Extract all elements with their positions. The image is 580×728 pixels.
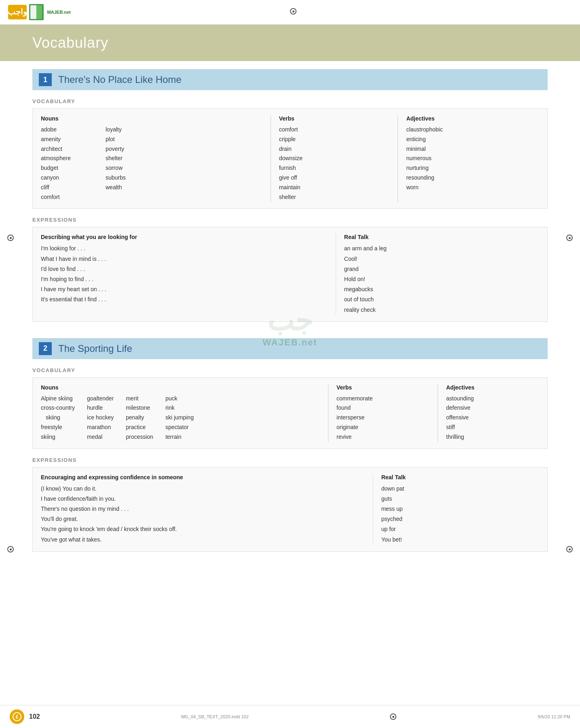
- section2-expr-col2: Real Talk down pat guts mess up psyched …: [381, 474, 539, 545]
- section1-expr-col2: Real Talk an arm and a leg Cool! grand H…: [344, 234, 539, 315]
- section1-expr-box: Describing what you are looking for I'm …: [32, 227, 548, 322]
- section1-expr-col2-items: an arm and a leg Cool! grand Hold on! me…: [344, 243, 539, 315]
- section2-expr-box: Encouraging and expressing confidence in…: [32, 467, 548, 552]
- section1-nouns-words2: loyalty plot poverty shelter sorrow subu…: [106, 125, 146, 193]
- footer-file-info: MG_04_SB_TEXT_2020.indd 102: [181, 714, 249, 719]
- section2-expr-col2-header: Real Talk: [381, 474, 539, 480]
- page-title: Vocabulary: [32, 34, 548, 51]
- section1-verbs-header: Verbs: [279, 115, 390, 122]
- section1-adj-header: Adjectives: [406, 115, 539, 122]
- section2-expr-col2-items: down pat guts mess up psyched up for You…: [381, 484, 539, 545]
- section2-expr-label: EXPRESSIONS: [32, 457, 548, 463]
- page-number: 102: [29, 713, 40, 720]
- svg-text:واجب: واجب: [8, 7, 27, 17]
- page-title-area: Vocabulary: [0, 25, 580, 61]
- logo-icon: واجب: [8, 3, 44, 21]
- section2-verbs-header: Verbs: [337, 384, 430, 391]
- section1-expr-col1-header: Describing what you are looking for: [41, 234, 320, 240]
- logo-area: واجب WAJEB.net: [8, 3, 71, 21]
- section1-number: 1: [39, 73, 52, 86]
- section1-header: 1 There's No Place Like Home: [32, 69, 548, 90]
- section2-expr-col1-items: (I know) You can do it. I have confidenc…: [41, 484, 357, 545]
- expr-divider-1: [336, 234, 336, 315]
- expr-divider-2: [373, 474, 373, 545]
- section2-nouns-col2: goaltender hurdle ice hockey marathon me…: [87, 394, 114, 442]
- right-dot-1: [566, 235, 573, 241]
- footer-logo-icon: €: [13, 712, 21, 721]
- section1-expr-col1-items: I'm looking for . . . What I have in min…: [41, 243, 320, 305]
- section2-expr-col1: Encouraging and expressing confidence in…: [41, 474, 365, 545]
- section2-nouns-col1: Alpine skiing cross-country skiing frees…: [41, 394, 75, 442]
- section2-adj-header: Adjectives: [446, 384, 539, 391]
- right-dot-2: [566, 546, 573, 552]
- section1-nouns-header: Nouns: [41, 115, 89, 122]
- section2-title: The Sporting Life: [58, 343, 132, 354]
- section1-title: There's No Place Like Home: [58, 74, 182, 85]
- section2-nouns-header: Nouns: [41, 384, 320, 391]
- svg-rect-4: [36, 5, 42, 19]
- section1-verbs-words: comfort cripple drain downsize furnish g…: [279, 125, 390, 202]
- footer-icon: €: [10, 709, 24, 724]
- section2-number: 2: [39, 342, 52, 355]
- section1-expr-col1: Describing what you are looking for I'm …: [41, 234, 328, 315]
- page-footer: € 102 MG_04_SB_TEXT_2020.indd 102 9/6/20…: [0, 705, 580, 728]
- logo-text: WAJEB.net: [47, 10, 71, 15]
- footer-date: 9/6/20 11:20 PM: [538, 714, 570, 719]
- section2-nouns-col4: puck rink ski jumping spectator terrain: [165, 394, 194, 442]
- footer-center-dot: [390, 713, 396, 720]
- left-dot-1: [7, 235, 14, 241]
- section1-nouns-words1: adobe amenity architect atmosphere budge…: [41, 125, 89, 202]
- section1-vocab-label: VOCABULARY: [32, 98, 548, 104]
- section2-vocab-box: Nouns Alpine skiing cross-country skiing…: [32, 377, 548, 449]
- section1-expr-col2-header: Real Talk: [344, 234, 539, 240]
- main-content: 1 There's No Place Like Home VOCABULARY …: [0, 69, 580, 552]
- left-dot-2: [7, 546, 14, 552]
- section1-expr-label: EXPRESSIONS: [32, 217, 548, 223]
- section2-vocab-label: VOCABULARY: [32, 367, 548, 373]
- svg-rect-3: [30, 5, 36, 19]
- section2-expr-col1-header: Encouraging and expressing confidence in…: [41, 474, 357, 480]
- section1-adj-words: claustrophobic enticing minimal numerous…: [406, 125, 539, 193]
- header-center-dot: [290, 8, 296, 15]
- section2-adj-words: astounding defensive offensive stiff thr…: [446, 394, 539, 442]
- svg-text:€: €: [16, 714, 19, 720]
- section1-vocab-box: Nouns adobe amenity architect atmosphere…: [32, 108, 548, 209]
- top-header: واجب WAJEB.net: [0, 0, 580, 25]
- section2-nouns-col3: merit milestone penalty practice process…: [126, 394, 153, 442]
- section2-header: 2 The Sporting Life: [32, 338, 548, 359]
- section1-nouns-col1: Nouns adobe amenity architect atmosphere…: [41, 115, 97, 202]
- section2-verbs-words: commemorate found intersperse originate …: [337, 394, 430, 442]
- section1-nouns-col2: Nouns loyalty plot poverty shelter sorro…: [97, 115, 154, 202]
